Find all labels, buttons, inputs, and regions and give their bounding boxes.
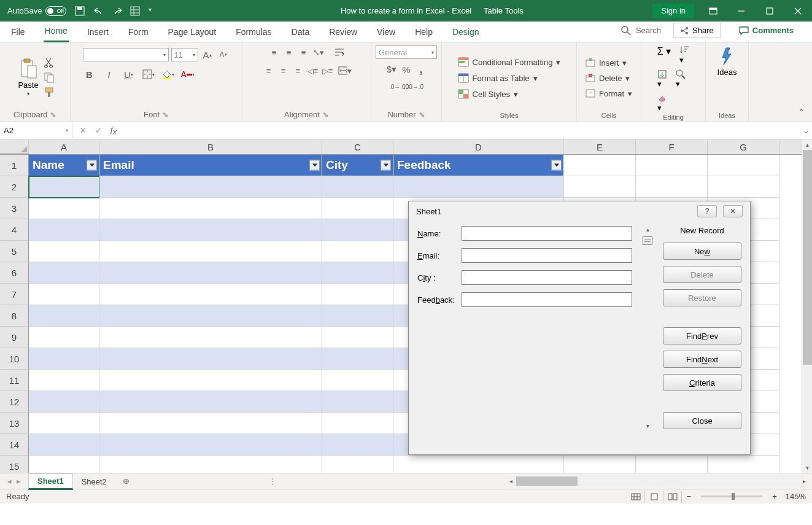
sheet-nav-next-icon[interactable]: ▸ [17, 476, 21, 486]
launcher-icon[interactable]: ⬊ [162, 110, 169, 119]
merge-icon[interactable]: ▾ [338, 64, 352, 77]
cell[interactable] [99, 198, 322, 219]
name-box[interactable]: A2▾ [0, 122, 72, 139]
font-color-icon[interactable]: A▾ [181, 68, 195, 81]
row-header[interactable]: 12 [0, 391, 29, 413]
row-header[interactable]: 8 [0, 305, 29, 327]
cell[interactable]: Feedback [393, 155, 564, 176]
tab-data[interactable]: Data [290, 23, 311, 42]
cell[interactable] [29, 456, 99, 473]
minimize-icon[interactable] [727, 0, 756, 21]
cell[interactable] [708, 456, 779, 473]
cell[interactable] [29, 176, 99, 198]
cell[interactable] [29, 262, 99, 284]
clear-icon[interactable]: ▾ [657, 93, 667, 112]
cell[interactable] [564, 155, 636, 176]
comments-button[interactable]: Comments [733, 23, 800, 37]
launcher-icon[interactable]: ⬊ [322, 110, 329, 119]
cell[interactable] [99, 262, 322, 284]
row-header[interactable]: 9 [0, 327, 29, 348]
expand-formula-bar-icon[interactable]: ⌄ [800, 126, 812, 135]
field-input-3[interactable] [462, 292, 632, 307]
cell[interactable] [99, 456, 322, 473]
maximize-icon[interactable] [756, 0, 784, 21]
font-name-combo[interactable]: ▾ [83, 48, 169, 61]
restore-button[interactable]: Restore [663, 289, 741, 306]
scrollbar-thumb[interactable] [516, 476, 578, 486]
cell[interactable] [29, 241, 99, 262]
comma-icon[interactable]: , [414, 63, 428, 76]
zoom-out-icon[interactable]: − [683, 492, 695, 501]
row-header[interactable]: 3 [0, 198, 29, 219]
cell[interactable] [29, 434, 99, 456]
cell[interactable] [322, 241, 393, 262]
record-down-icon[interactable]: ▾ [646, 422, 649, 429]
filter-dropdown-icon[interactable] [381, 160, 391, 171]
align-center-icon[interactable]: ≡ [277, 64, 290, 77]
cell[interactable] [99, 413, 322, 434]
wrap-text-icon[interactable] [333, 45, 346, 59]
field-input-2[interactable] [462, 270, 632, 285]
bold-icon[interactable]: B [83, 68, 96, 81]
align-top-icon[interactable]: ≡ [268, 45, 281, 59]
cancel-icon[interactable]: ✕ [80, 126, 87, 135]
launcher-icon[interactable]: ⬊ [50, 110, 56, 119]
sheet-tab-sheet1[interactable]: Sheet1 [28, 473, 73, 490]
launcher-icon[interactable]: ⬊ [419, 110, 425, 119]
insert-cells-button[interactable]: Insert ▾ [583, 57, 630, 69]
cut-icon[interactable] [44, 57, 55, 68]
row-header[interactable]: 13 [0, 413, 29, 434]
row-header[interactable]: 10 [0, 348, 29, 370]
tab-form[interactable]: Form [127, 23, 150, 42]
zoom-slider[interactable] [701, 496, 762, 497]
cell[interactable] [29, 198, 99, 219]
filter-dropdown-icon[interactable] [87, 160, 97, 171]
page-layout-view-icon[interactable] [646, 491, 663, 503]
number-format-combo[interactable]: General▾ [376, 45, 437, 59]
select-all-corner[interactable] [0, 139, 29, 154]
cell[interactable] [393, 456, 564, 473]
percent-icon[interactable]: % [400, 63, 413, 76]
row-header[interactable]: 6 [0, 262, 29, 284]
accounting-icon[interactable]: $▾ [385, 63, 398, 76]
tab-page-layout[interactable]: Page Layout [167, 23, 218, 42]
cell[interactable] [708, 176, 779, 198]
customize-qat-icon[interactable]: ▾ [149, 6, 158, 16]
share-button[interactable]: Share [673, 23, 721, 38]
cell[interactable] [564, 456, 636, 473]
close-icon[interactable] [784, 0, 812, 21]
undo-icon[interactable] [93, 6, 103, 16]
cell[interactable] [636, 456, 708, 473]
decrease-decimal-icon[interactable]: .00→.0 [407, 80, 420, 93]
cell-styles-button[interactable]: Cell Styles ▾ [455, 88, 520, 100]
formula-input[interactable] [124, 122, 800, 139]
cell[interactable] [322, 284, 393, 305]
row-header[interactable]: 2 [0, 176, 29, 198]
tab-home[interactable]: Home [44, 22, 69, 42]
increase-indent-icon[interactable]: ▷≡ [321, 64, 334, 77]
page-break-view-icon[interactable] [665, 491, 682, 503]
filter-dropdown-icon[interactable] [309, 160, 320, 171]
cell[interactable] [99, 391, 322, 413]
paste-button[interactable]: Paste ▾ [15, 56, 41, 99]
cell[interactable] [322, 413, 393, 434]
cell[interactable] [322, 219, 393, 241]
column-header[interactable]: A [29, 139, 99, 154]
sheet-nav-prev-icon[interactable]: ◂ [7, 476, 12, 486]
row-header[interactable]: 11 [0, 370, 29, 391]
cell[interactable] [99, 327, 322, 348]
scroll-right-icon[interactable]: ▸ [799, 476, 810, 486]
decrease-font-icon[interactable]: A▾ [217, 48, 230, 61]
cell[interactable] [322, 370, 393, 391]
cell[interactable] [99, 219, 322, 241]
cell[interactable] [322, 434, 393, 456]
cell[interactable] [322, 391, 393, 413]
autosum-icon[interactable]: Σ ▾ [657, 45, 671, 64]
cell[interactable] [99, 241, 322, 262]
underline-icon[interactable]: U▾ [122, 68, 136, 81]
filter-dropdown-icon[interactable] [551, 160, 562, 171]
redo-icon[interactable] [112, 6, 122, 16]
horizontal-scrollbar[interactable]: ◂ ▸ [506, 476, 810, 486]
cell[interactable] [322, 456, 393, 473]
scroll-up-icon[interactable]: ▴ [802, 139, 812, 150]
